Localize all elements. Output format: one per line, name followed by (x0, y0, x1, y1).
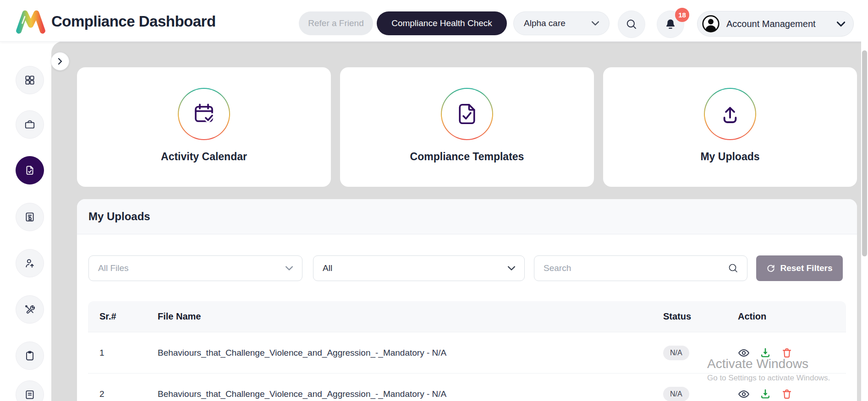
scrollbar-thumb[interactable] (862, 50, 867, 256)
column-header-status: Status (663, 311, 738, 322)
search-button[interactable] (618, 11, 645, 38)
shortcut-cards: Activity Calendar Compliance Templates (77, 67, 857, 187)
brand-logo-icon (16, 9, 46, 34)
table-row: 1 Behaviours_that_Challenge_Violence_and… (88, 332, 846, 373)
column-header-sr: Sr.# (99, 311, 158, 322)
clipboard-icon (24, 350, 36, 362)
organization-selector-value: Alpha care (524, 18, 566, 28)
card-label: My Uploads (700, 151, 759, 163)
card-label: Compliance Templates (410, 151, 524, 163)
status-badge: N/A (663, 387, 689, 401)
filters-row: All Files All (88, 255, 843, 281)
sidebar-item-notes[interactable] (16, 380, 44, 401)
chevron-down-icon (508, 266, 515, 271)
column-header-file-name: File Name (158, 311, 663, 322)
compliance-templates-card[interactable]: Compliance Templates (340, 67, 594, 187)
status-filter-value: All (323, 263, 332, 273)
sidebar-item-staff-upload[interactable] (16, 249, 44, 277)
top-header: Compliance Dashboard Refer a Friend Comp… (0, 0, 868, 42)
account-menu[interactable]: Account Management (697, 11, 854, 37)
download-icon[interactable] (759, 388, 771, 400)
avatar-icon (702, 15, 720, 33)
sidebar-item-tools[interactable] (16, 295, 44, 324)
left-sidebar (0, 41, 51, 401)
row-serial: 2 (99, 389, 158, 399)
panel-title: My Uploads (88, 210, 150, 223)
notification-count-badge: 18 (675, 8, 689, 22)
card-label: Activity Calendar (161, 151, 247, 163)
file-type-filter-value: All Files (98, 263, 129, 273)
file-check-icon (24, 164, 36, 176)
gradient-ring (704, 88, 756, 140)
upload-icon (718, 102, 742, 126)
account-menu-label: Account Management (726, 19, 830, 29)
scrollbar-track (861, 0, 868, 401)
status-badge: N/A (663, 346, 689, 360)
page-title: Compliance Dashboard (51, 13, 216, 30)
panel-header: My Uploads (77, 199, 857, 234)
chevron-down-icon (592, 21, 599, 26)
tools-icon (24, 303, 36, 315)
user-upload-icon (24, 257, 36, 269)
notifications-button[interactable]: 18 (657, 11, 684, 38)
organization-selector[interactable]: Alpha care (513, 11, 610, 35)
activity-calendar-card[interactable]: Activity Calendar (77, 67, 331, 187)
sidebar-item-clipboard[interactable] (16, 341, 44, 370)
search-icon (626, 18, 637, 30)
gradient-ring (178, 88, 230, 140)
compliance-dashboard-page: Compliance Dashboard Refer a Friend Comp… (0, 0, 868, 401)
chevron-down-icon (286, 266, 293, 271)
sidebar-expand-button[interactable] (51, 52, 69, 70)
certificate-icon (24, 211, 36, 223)
sidebar-item-compliance-documents[interactable] (16, 156, 44, 184)
my-uploads-panel: My Uploads All Files All (77, 199, 857, 401)
briefcase-icon (24, 119, 36, 130)
refresh-icon (766, 264, 775, 273)
chevron-down-icon (837, 22, 845, 27)
file-type-filter-dropdown[interactable]: All Files (88, 255, 302, 281)
table-row: 2 Behaviours_that_Challenge_Violence_and… (88, 373, 846, 401)
search-field (534, 255, 747, 281)
column-header-action: Action (738, 311, 846, 322)
table-header-row: Sr.# File Name Status Action (88, 301, 846, 332)
delete-icon[interactable] (781, 388, 793, 400)
download-icon[interactable] (759, 347, 771, 359)
status-filter-dropdown[interactable]: All (313, 255, 525, 281)
calendar-check-icon (192, 102, 216, 126)
grid-icon (24, 74, 36, 86)
gradient-ring (441, 88, 493, 140)
search-input[interactable] (543, 263, 728, 274)
uploads-table: Sr.# File Name Status Action 1 Behaviour… (88, 301, 846, 401)
bell-icon (664, 18, 677, 31)
document-check-icon (455, 102, 479, 126)
compliance-health-check-button[interactable]: Compliance Health Check (377, 11, 507, 35)
row-file-name: Behaviours_that_Challenge_Violence_and_A… (158, 389, 663, 399)
view-icon[interactable] (738, 388, 750, 400)
row-file-name: Behaviours_that_Challenge_Violence_and_A… (158, 348, 663, 358)
row-serial: 1 (99, 348, 158, 358)
my-uploads-card[interactable]: My Uploads (603, 67, 857, 187)
delete-icon[interactable] (781, 347, 793, 359)
refer-a-friend-button[interactable]: Refer a Friend (299, 11, 373, 35)
view-icon[interactable] (738, 347, 750, 359)
chevron-right-icon (57, 58, 63, 65)
sidebar-item-briefcase[interactable] (16, 110, 44, 139)
search-icon (728, 263, 739, 274)
notes-icon (24, 389, 36, 401)
reset-filters-label: Reset Filters (780, 263, 832, 273)
sidebar-item-dashboard[interactable] (16, 66, 44, 94)
sidebar-item-certificate[interactable] (16, 203, 44, 231)
reset-filters-button[interactable]: Reset Filters (756, 255, 843, 281)
